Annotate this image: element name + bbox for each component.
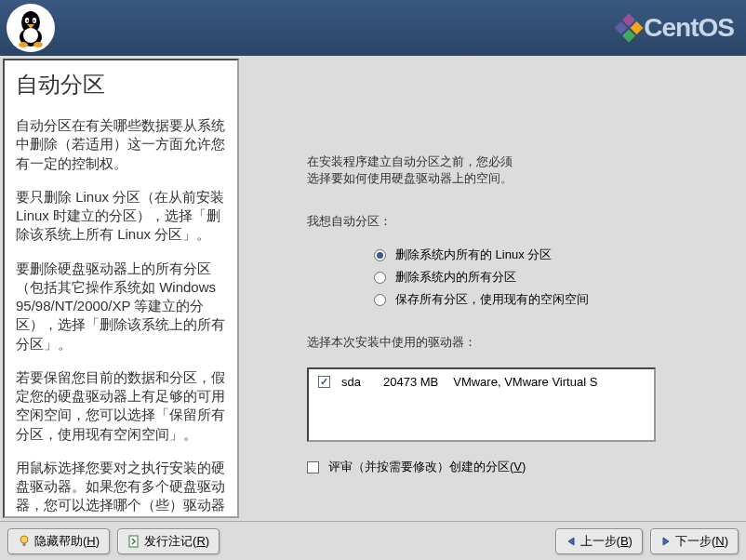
drive-desc: VMware, VMware Virtual S: [453, 375, 597, 389]
radio-icon: [374, 294, 386, 306]
main-panel: 在安装程序建立自动分区之前，您必须 选择要如何使用硬盘驱动器上的空间。 我想自动…: [242, 56, 746, 521]
centos-logo-icon: [614, 13, 644, 43]
hide-help-button[interactable]: 隐藏帮助(H): [7, 528, 110, 554]
installer-header: CentOS: [0, 0, 746, 56]
svg-point-2: [23, 28, 38, 43]
tux-logo: [7, 4, 55, 52]
help-title: 自动分区: [16, 70, 226, 100]
next-button[interactable]: 下一步(N): [650, 528, 739, 554]
drive-checkbox[interactable]: [318, 376, 330, 388]
want-autopartition-label: 我想自动分区：: [307, 213, 718, 230]
review-checkbox[interactable]: [307, 461, 319, 473]
svg-rect-14: [23, 543, 26, 546]
drive-row[interactable]: sda 20473 MB VMware, VMware Virtual S: [318, 375, 645, 389]
radio-keep-all[interactable]: 保存所有分区，使用现有的空闲空间: [374, 291, 718, 308]
release-notes-button[interactable]: 发行注记(R): [117, 528, 220, 554]
review-label: 评审（并按需要修改）创建的分区(V): [328, 459, 526, 475]
svg-point-7: [19, 42, 28, 47]
drive-name: sda: [341, 375, 361, 389]
help-paragraph: 用鼠标选择您要对之执行安装的硬盘驱动器。如果您有多个硬盘驱动器，您可以选择哪个（…: [16, 459, 226, 518]
svg-rect-15: [129, 536, 138, 547]
footer-bar: 隐藏帮助(H) 发行注记(R) 上一步(B) 下一步(N): [0, 521, 746, 560]
help-panel: 自动分区 自动分区在有关哪些数据要从系统中删除（若适用）这一方面允许您有一定的控…: [0, 56, 242, 521]
notes-icon: [127, 535, 140, 548]
radio-remove-linux[interactable]: 删除系统内所有的 Linux 分区: [374, 247, 718, 263]
arrow-left-icon: [566, 536, 577, 547]
lightbulb-icon: [18, 535, 31, 548]
svg-rect-9: [622, 13, 635, 26]
content-area: 自动分区 自动分区在有关哪些数据要从系统中删除（若适用）这一方面允许您有一定的控…: [0, 56, 746, 521]
help-paragraph: 自动分区在有关哪些数据要从系统中删除（若适用）这一方面允许您有一定的控制权。: [16, 116, 226, 173]
arrow-right-icon: [660, 536, 672, 547]
penguin-icon: [12, 7, 49, 48]
centos-text: CentOS: [644, 13, 734, 43]
svg-point-6: [33, 20, 35, 22]
select-drives-label: 选择本次安装中使用的驱动器：: [307, 334, 718, 351]
help-paragraph: 要删除硬盘驱动器上的所有分区（包括其它操作系统如 Windows 95/98/N…: [16, 260, 226, 353]
radio-icon: [374, 272, 386, 284]
drive-list[interactable]: sda 20473 MB VMware, VMware Virtual S: [307, 367, 656, 442]
svg-rect-12: [622, 29, 635, 42]
centos-brand: CentOS: [614, 13, 734, 43]
svg-point-8: [33, 42, 43, 47]
back-button[interactable]: 上一步(B): [555, 528, 643, 554]
help-paragraph: 要只删除 Linux 分区（在从前安装 Linux 时建立的分区），选择「删除该…: [16, 188, 226, 245]
help-paragraph: 若要保留您目前的数据和分区，假定您的硬盘驱动器上有足够的可用空闲空间，您可以选择…: [16, 368, 226, 444]
review-partitions-row[interactable]: 评审（并按需要修改）创建的分区(V): [307, 459, 718, 475]
help-scroll-area[interactable]: 自动分区 自动分区在有关哪些数据要从系统中删除（若适用）这一方面允许您有一定的控…: [3, 59, 239, 518]
intro-text: 在安装程序建立自动分区之前，您必须 选择要如何使用硬盘驱动器上的空间。: [307, 153, 718, 187]
radio-remove-all[interactable]: 删除系统内的所有分区: [374, 269, 718, 286]
drive-size: 20473 MB: [383, 375, 438, 389]
svg-point-13: [20, 536, 28, 543]
svg-point-5: [27, 20, 29, 22]
radio-icon: [374, 249, 386, 261]
partition-radio-group: 删除系统内所有的 Linux 分区 删除系统内的所有分区 保存所有分区，使用现有…: [374, 247, 718, 308]
